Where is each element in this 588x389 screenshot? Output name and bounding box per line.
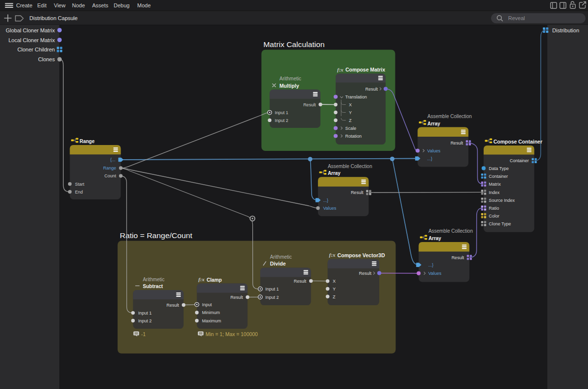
svg-text:Distribution: Distribution — [552, 27, 579, 33]
svg-text:Z: Z — [349, 118, 352, 123]
svg-text:Translation: Translation — [345, 95, 367, 99]
svg-text:Input: Input — [202, 302, 212, 307]
svg-text:{...: {... — [110, 157, 116, 162]
svg-text:Input 1: Input 1 — [275, 110, 289, 115]
svg-text:Ratio: Ratio — [489, 206, 499, 211]
svg-text:Result: Result — [359, 271, 371, 276]
svg-text:Input 1: Input 1 — [138, 311, 152, 316]
svg-text:Values: Values — [427, 148, 441, 153]
svg-text:Clones: Clones — [38, 56, 55, 62]
svg-text:Scale: Scale — [345, 126, 357, 131]
svg-text:Z: Z — [333, 294, 336, 299]
svg-text:Create: Create — [16, 2, 32, 8]
svg-text:Compose Container: Compose Container — [493, 139, 542, 145]
svg-text:Result: Result — [303, 102, 316, 107]
svg-text:Edit: Edit — [37, 2, 47, 8]
svg-text:Compose Matrix: Compose Matrix — [345, 67, 386, 73]
svg-text:Assets: Assets — [92, 2, 109, 8]
svg-text:End: End — [75, 190, 83, 194]
svg-text:Result: Result — [365, 87, 378, 92]
svg-text:-1: -1 — [141, 332, 146, 337]
svg-text:Result: Result — [451, 255, 464, 260]
svg-text:Local Cloner Matrix: Local Cloner Matrix — [8, 37, 55, 43]
svg-text:Container: Container — [510, 158, 529, 163]
svg-text:Arithmetic: Arithmetic — [270, 254, 292, 260]
svg-text:Result: Result — [351, 190, 364, 195]
svg-text:Clamp: Clamp — [207, 277, 222, 283]
svg-text:Matrix: Matrix — [489, 182, 501, 187]
svg-text:Assemble Collection: Assemble Collection — [328, 164, 372, 169]
svg-text:...}: ...} — [323, 198, 328, 203]
svg-text:Minimum: Minimum — [202, 310, 220, 315]
svg-text:Multiply: Multiply — [279, 83, 299, 89]
svg-text:Node: Node — [72, 2, 85, 8]
svg-text:Start: Start — [75, 182, 85, 187]
svg-text:Values: Values — [428, 271, 441, 276]
svg-text:Values: Values — [323, 206, 336, 211]
svg-text:Reveal: Reveal — [508, 15, 525, 21]
svg-text:View: View — [54, 2, 66, 8]
svg-text:Array: Array — [427, 121, 441, 126]
svg-text:f:x: f:x — [198, 276, 205, 282]
svg-text:Cloner Children: Cloner Children — [18, 47, 55, 52]
svg-text:Input 2: Input 2 — [266, 295, 279, 300]
svg-text:Ratio = Range/Count: Ratio = Range/Count — [120, 231, 193, 240]
svg-text:Array: Array — [428, 235, 441, 241]
svg-text:Range: Range — [103, 166, 116, 170]
svg-text:Matrix Calculation: Matrix Calculation — [264, 40, 325, 49]
svg-text:X: X — [349, 102, 352, 107]
svg-text:Global Cloner Matrix: Global Cloner Matrix — [6, 27, 55, 33]
svg-text:Result: Result — [230, 295, 243, 300]
svg-text:Divide: Divide — [270, 261, 286, 267]
svg-text:Input 2: Input 2 — [275, 118, 289, 123]
svg-text:Container: Container — [489, 174, 508, 179]
svg-text:Input 1: Input 1 — [266, 287, 279, 292]
svg-text:Index: Index — [489, 190, 500, 195]
svg-text:Array: Array — [328, 170, 341, 176]
svg-text:Result: Result — [294, 279, 307, 284]
svg-text:Rotation: Rotation — [345, 134, 362, 139]
svg-text:X: X — [333, 279, 336, 284]
svg-text:Min = 1; Max = 100000: Min = 1; Max = 100000 — [206, 332, 258, 337]
svg-text:Data Type: Data Type — [489, 166, 509, 171]
svg-text:...}: ...} — [428, 263, 434, 267]
svg-text:Clone Type: Clone Type — [489, 221, 511, 226]
svg-text:f:x: f:x — [329, 252, 336, 258]
svg-text:Assemble Collection: Assemble Collection — [428, 228, 473, 234]
svg-text:Range: Range — [80, 138, 95, 144]
svg-text:Color: Color — [489, 214, 500, 219]
svg-text:Arithmetic: Arithmetic — [279, 76, 301, 81]
svg-text:Y: Y — [333, 287, 336, 292]
svg-text:Mode: Mode — [137, 2, 151, 8]
svg-text:Source Index: Source Index — [489, 198, 515, 203]
svg-text:Distribution Capsule: Distribution Capsule — [29, 15, 77, 21]
svg-text:Maximum: Maximum — [202, 318, 221, 323]
svg-text:Subtract: Subtract — [143, 283, 163, 289]
svg-text:Count: Count — [104, 173, 117, 178]
svg-text:Debug: Debug — [114, 2, 129, 8]
svg-text:f:x: f:x — [337, 67, 343, 73]
svg-text:Arithmetic: Arithmetic — [143, 277, 164, 282]
svg-text:...}: ...} — [427, 156, 433, 161]
svg-text:Result: Result — [167, 303, 179, 308]
svg-text:Assemble Collection: Assemble Collection — [427, 114, 472, 119]
svg-text:Input 2: Input 2 — [138, 318, 152, 323]
svg-text:Compose Vector3D: Compose Vector3D — [338, 252, 385, 258]
svg-text:Result: Result — [450, 141, 463, 146]
svg-text:Y: Y — [349, 110, 352, 115]
